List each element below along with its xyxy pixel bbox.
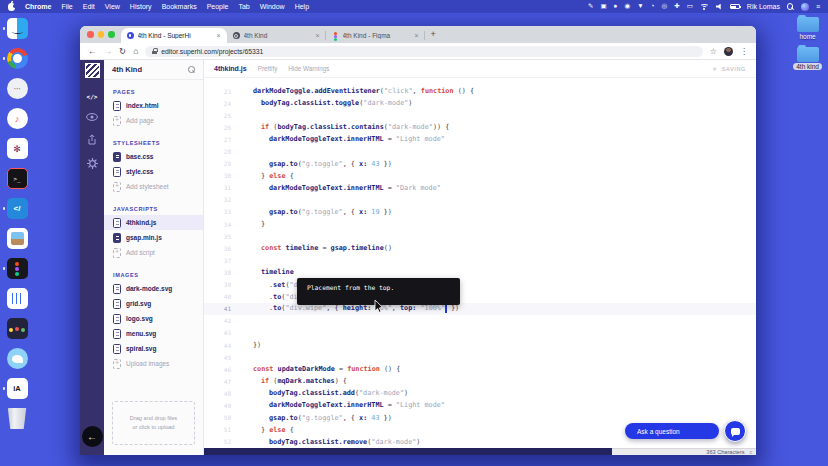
- sidebar-file-index-html[interactable]: index.html: [104, 98, 203, 113]
- profile-avatar[interactable]: [724, 47, 733, 56]
- code-line[interactable]: 36const timeline = gsap.timeline(): [204, 242, 756, 254]
- sidebar-file-logo-svg[interactable]: logo.svg: [104, 311, 203, 326]
- vscode-dock-icon[interactable]: </: [7, 198, 28, 219]
- bookmark-star-icon[interactable]: ☆: [710, 47, 717, 56]
- record-icon[interactable]: ●: [614, 3, 618, 10]
- browser-tab[interactable]: 4th Kind×: [227, 28, 326, 43]
- sidebar-search-icon[interactable]: [188, 66, 195, 73]
- code-line[interactable]: 38timeline: [204, 266, 756, 278]
- trash-dock-icon[interactable]: [7, 408, 28, 429]
- design-dock-icon[interactable]: [7, 318, 28, 339]
- code-line[interactable]: 37: [204, 254, 756, 266]
- plus-icon[interactable]: ✚: [674, 3, 679, 10]
- menu-item-window[interactable]: Window: [260, 3, 285, 10]
- resize-grip-icon[interactable]: ≡: [750, 449, 752, 455]
- tab-close-icon[interactable]: ×: [216, 32, 220, 39]
- battery-icon[interactable]: [730, 4, 740, 9]
- wifi-icon[interactable]: [700, 4, 709, 10]
- menu-item-help[interactable]: Help: [295, 3, 309, 10]
- back-circle-button[interactable]: ←: [82, 426, 103, 447]
- sidebar-action-add-script[interactable]: Add script: [104, 245, 203, 260]
- sidebar-action-upload-images[interactable]: Upload images: [104, 356, 203, 371]
- code-line[interactable]: 49darkModeToggleText.innerHTML = "Light …: [204, 399, 756, 411]
- minimize-window-button[interactable]: [98, 31, 105, 38]
- code-line[interactable]: 40.to("div: [204, 291, 756, 303]
- code-line[interactable]: 32: [204, 194, 756, 206]
- ask-question-button[interactable]: Ask a question: [625, 423, 719, 439]
- music-dock-icon[interactable]: ♪: [7, 108, 28, 129]
- hide-warnings-button[interactable]: Hide Warnings: [288, 65, 329, 72]
- tab-close-icon[interactable]: ×: [414, 32, 418, 39]
- code-line[interactable]: 35: [204, 230, 756, 242]
- settings-gear-icon[interactable]: [87, 158, 98, 169]
- code-line[interactable]: 24bodyTag.classList.toggle("dark-mode"): [204, 97, 756, 109]
- new-tab-button[interactable]: +: [431, 30, 436, 39]
- camera-icon[interactable]: ◉: [625, 3, 631, 10]
- superhi-logo[interactable]: [85, 63, 100, 78]
- reload-button[interactable]: ↻: [119, 47, 126, 56]
- sidebar-file-spiral-svg[interactable]: spiral.svg: [104, 341, 203, 356]
- desktop-folder-4th-kind[interactable]: 4th kind: [793, 47, 822, 70]
- sidebar-file-base-css[interactable]: base.css: [104, 149, 203, 164]
- code-line[interactable]: 46const updateDarkMode = function () {: [204, 363, 756, 375]
- sidebar-action-add-stylesheet[interactable]: Add stylesheet: [104, 179, 203, 194]
- code-line[interactable]: 33gsap.to("g.toggle", { x: 19 }): [204, 206, 756, 218]
- audio-dock-icon[interactable]: [7, 288, 28, 309]
- globe-icon[interactable]: ◎: [662, 3, 668, 10]
- upload-share-icon[interactable]: [87, 134, 97, 145]
- sidebar-file-gsap-min-js[interactable]: gsap.min.js: [104, 230, 203, 245]
- file-dropzone[interactable]: Drag and drop files or click to upload: [112, 401, 195, 445]
- chrome-dock-icon[interactable]: [7, 48, 28, 69]
- browser-tab[interactable]: 4th Kind - SuperHi×: [121, 28, 227, 43]
- siri-icon[interactable]: [801, 3, 809, 11]
- open-file-tab[interactable]: 4thkind.js: [214, 65, 247, 72]
- prettify-button[interactable]: Prettify: [258, 65, 278, 72]
- code-view-icon[interactable]: </>: [87, 93, 98, 100]
- code-line[interactable]: 23darkModeToggle.addEventListener("click…: [204, 85, 756, 97]
- menu-item-file[interactable]: File: [61, 3, 72, 10]
- display-icon[interactable]: ▭: [687, 3, 693, 10]
- browser-tab[interactable]: 4th Kind - Figma×: [326, 28, 425, 43]
- code-line[interactable]: 45: [204, 351, 756, 363]
- menu-item-people[interactable]: People: [207, 3, 229, 10]
- code-line[interactable]: 44}): [204, 339, 756, 351]
- sidebar-file-menu-svg[interactable]: menu.svg: [104, 326, 203, 341]
- window-icon[interactable]: ▣: [600, 3, 606, 10]
- terminal-dock-icon[interactable]: >_: [7, 168, 28, 189]
- pencil-icon[interactable]: ✎: [588, 3, 593, 10]
- back-button[interactable]: ←: [88, 47, 97, 56]
- ia-dock-icon[interactable]: iA: [7, 378, 28, 399]
- forward-button[interactable]: →: [104, 47, 113, 56]
- bird-dock-icon[interactable]: [7, 348, 28, 369]
- home-button[interactable]: ⌂: [133, 47, 138, 56]
- code-line[interactable]: 42: [204, 315, 756, 327]
- slack-dock-icon[interactable]: ✻: [7, 138, 28, 159]
- tab-close-icon[interactable]: ×: [315, 32, 319, 39]
- menu-item-tab[interactable]: Tab: [238, 3, 249, 10]
- finder-dock-icon[interactable]: [7, 18, 28, 39]
- code-line[interactable]: 43: [204, 327, 756, 339]
- sidebar-file-style-css[interactable]: style.css: [104, 164, 203, 179]
- notification-center-icon[interactable]: ≡: [816, 3, 820, 10]
- menu-item-bookmarks[interactable]: Bookmarks: [162, 3, 197, 10]
- code-line[interactable]: 48bodyTag.classList.add("dark-mode"): [204, 387, 756, 399]
- code-line[interactable]: 34}: [204, 218, 756, 230]
- code-line[interactable]: 27darkModeToggleText.innerHTML = "Light …: [204, 133, 756, 145]
- code-line[interactable]: 41.to("div.wipe", { height: "0%", top: "…: [204, 303, 756, 315]
- menu-item-view[interactable]: View: [105, 3, 120, 10]
- menu-item-chrome[interactable]: Chrome: [25, 3, 51, 10]
- messages-dock-icon[interactable]: ⋯: [7, 78, 28, 99]
- code-line[interactable]: 25: [204, 109, 756, 121]
- preview-dock-icon[interactable]: [7, 228, 28, 249]
- code-editor[interactable]: Placement from the top. 23darkModeToggle…: [204, 78, 756, 448]
- apple-menu-icon[interactable]: [8, 3, 15, 11]
- code-line[interactable]: 26if (bodyTag.classList.contains("dark-m…: [204, 121, 756, 133]
- clock-icon[interactable]: ◔: [651, 3, 655, 10]
- code-line[interactable]: 39.set("di: [204, 279, 756, 291]
- code-line[interactable]: 30} else {: [204, 170, 756, 182]
- menu-bar-username[interactable]: Rik Lomas: [747, 3, 780, 10]
- code-line[interactable]: 28: [204, 145, 756, 157]
- volume-icon[interactable]: [716, 4, 723, 10]
- code-line[interactable]: 31darkModeToggleText.innerHTML = "Dark m…: [204, 182, 756, 194]
- sidebar-action-add-page[interactable]: Add page: [104, 113, 203, 128]
